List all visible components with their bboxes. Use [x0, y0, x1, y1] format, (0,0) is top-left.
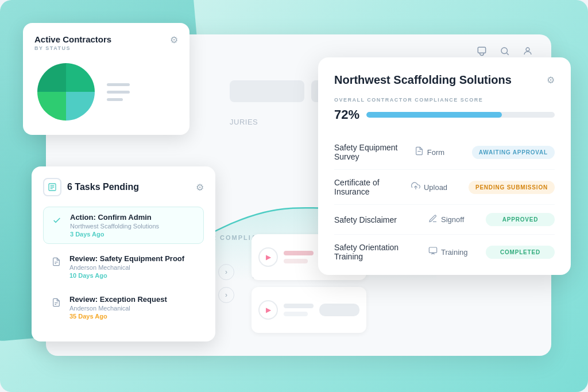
injuries-bg-label: JURIES	[230, 118, 258, 126]
task-org: Anderson Mechanical	[69, 305, 167, 312]
task-item[interactable]: Action: Confirm Admin Northwest Scaffold…	[43, 207, 204, 244]
svg-point-2	[526, 48, 529, 51]
status-badge: APPROVED	[486, 213, 555, 226]
task-check-icon	[51, 214, 63, 227]
task-time: 3 Days Ago	[70, 231, 159, 238]
user-icon[interactable]	[521, 45, 534, 57]
score-label: OVERALL CONTRACTOR COMPLIANCE SCORE	[334, 97, 555, 103]
row-label: Safety Orientation Training	[334, 243, 423, 261]
score-row: 72%	[334, 107, 555, 122]
compliance-row-1[interactable]: Safety Equipment Survey Form AWAITING AP…	[334, 135, 555, 170]
pie-chart-area	[34, 60, 178, 123]
pie-chart-svg	[34, 60, 98, 123]
bg-bottom-card-2: ▶	[252, 287, 366, 333]
row-label: Safety Disclaimer	[334, 215, 423, 224]
row-type: Training	[428, 246, 480, 258]
app-background: JURIES CONTRACTOR COMPLIANCE SCORE MAY J…	[0, 0, 588, 392]
tasks-icon-box	[43, 178, 61, 196]
training-icon	[428, 246, 438, 258]
northwest-gear-icon[interactable]: ⚙	[547, 75, 555, 86]
task-time: 10 Days Ago	[69, 272, 184, 279]
task-name: Review: Exception Request	[69, 295, 167, 304]
compliance-row-2[interactable]: Certificate of Insurance Upload PENDING …	[334, 170, 555, 205]
task-name: Action: Confirm Admin	[70, 213, 159, 222]
top-icons-row	[475, 45, 534, 57]
status-badge: PENDING SUBMISSION	[469, 181, 555, 194]
task-item[interactable]: Review: Exception Request Anderson Mecha…	[43, 289, 204, 325]
svg-point-1	[501, 48, 508, 54]
form-icon	[415, 146, 424, 158]
contractors-card-title: Active Contractors	[34, 34, 111, 44]
search-icon[interactable]	[498, 45, 511, 57]
contractors-card-subtitle: BY STATUS	[34, 45, 111, 51]
contractors-gear-icon[interactable]: ⚙	[170, 34, 178, 45]
status-badge: COMPLETED	[486, 246, 555, 259]
play-button-2[interactable]: ▶	[258, 300, 278, 320]
score-progress-fill	[366, 112, 502, 118]
tasks-card: 6 Tasks Pending ⚙ Action: Confirm Admin …	[32, 166, 215, 341]
row-type: Upload	[411, 181, 463, 193]
task-time: 35 Days Ago	[69, 313, 167, 320]
svg-rect-13	[429, 247, 436, 253]
row-label: Safety Equipment Survey	[334, 143, 409, 161]
task-org: Anderson Mechanical	[69, 264, 184, 271]
task-doc-icon	[50, 255, 63, 268]
compliance-row-4[interactable]: Safety Orientation Training Training COM…	[334, 235, 555, 261]
task-org: Northwest Scaffolding Solutions	[70, 223, 159, 230]
tasks-gear-icon[interactable]: ⚙	[196, 182, 204, 193]
tasks-title: 6 Tasks Pending	[67, 182, 190, 192]
row-type: Signoff	[428, 214, 480, 226]
contractors-card: Active Contractors BY STATUS ⚙	[23, 23, 189, 135]
task-item[interactable]: Review: Safety Equipment Proof Anderson …	[43, 249, 204, 285]
northwest-card: Northwest Scaffolding Solutions ⚙ OVERAL…	[318, 57, 571, 275]
row-type: Form	[415, 146, 466, 158]
score-progress-track	[366, 112, 555, 118]
row-label: Certificate of Insurance	[334, 178, 405, 196]
task-doc-icon-2	[50, 296, 63, 309]
upload-icon	[411, 181, 420, 193]
play-button-1[interactable]: ▶	[258, 247, 278, 267]
notification-icon[interactable]	[475, 45, 488, 57]
pie-legend	[107, 83, 130, 101]
signoff-icon	[428, 214, 438, 226]
northwest-card-title: Northwest Scaffolding Solutions	[334, 73, 512, 87]
status-badge: AWAITING APPROVAL	[472, 146, 555, 159]
svg-rect-0	[478, 47, 485, 53]
compliance-row-3[interactable]: Safety Disclaimer Signoff APPROVED	[334, 205, 555, 235]
task-name: Review: Safety Equipment Proof	[69, 254, 184, 263]
score-percentage: 72%	[334, 107, 359, 122]
